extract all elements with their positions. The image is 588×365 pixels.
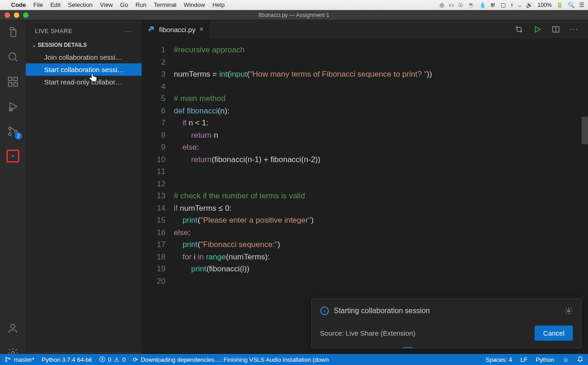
panel-title: LIVE SHARE: [35, 28, 73, 34]
svg-point-9: [11, 324, 15, 328]
start-readonly-item[interactable]: Start read-only collabor…: [26, 76, 142, 88]
menu-edit[interactable]: Edit: [50, 1, 60, 8]
status-globe-icon[interactable]: ⦾: [458, 2, 463, 8]
notification-toast: Starting collaboration session Source: L…: [311, 298, 582, 348]
status-circle-icon[interactable]: ◎: [440, 2, 444, 8]
activity-bar: 2: [0, 20, 26, 365]
panel-more-icon[interactable]: ···: [125, 28, 132, 34]
status-bluetooth-icon[interactable]: ᚼ: [510, 2, 514, 8]
status-search-icon[interactable]: 🔍: [568, 2, 575, 8]
menu-file[interactable]: File: [34, 1, 43, 8]
minimap[interactable]: [582, 57, 588, 241]
accounts-icon[interactable]: [6, 322, 19, 335]
status-drop-icon[interactable]: 💧: [479, 2, 486, 8]
window-maximize-button[interactable]: [23, 12, 29, 18]
status-bar: master* Python 3.7.4 64-bit ⓧ0 ⚠0 ⟳ Down…: [0, 354, 588, 365]
notification-progress: [312, 347, 581, 348]
window-title-bar: fibonacci.py — Assignment 1: [0, 10, 588, 20]
svg-point-7: [9, 133, 11, 135]
svg-point-11: [150, 27, 151, 28]
compare-changes-icon[interactable]: [515, 25, 523, 34]
python-interpreter-status[interactable]: Python 3.7.4 64-bit: [42, 356, 92, 363]
svg-point-17: [6, 357, 7, 359]
problems-status[interactable]: ⓧ0 ⚠0: [99, 355, 126, 364]
menu-help[interactable]: Help: [212, 1, 225, 8]
menu-go[interactable]: Go: [120, 1, 128, 8]
source-control-icon[interactable]: 2: [6, 125, 19, 138]
menu-run[interactable]: Run: [136, 1, 147, 8]
live-share-icon[interactable]: [6, 150, 19, 163]
svg-point-18: [6, 360, 7, 362]
status-volume-icon[interactable]: 🔊: [526, 2, 533, 8]
status-control-icon[interactable]: ☰: [579, 2, 584, 8]
indentation-status[interactable]: Spaces: 4: [485, 356, 512, 363]
menu-selection[interactable]: Selection: [68, 1, 92, 8]
svg-rect-2: [8, 83, 12, 86]
menu-terminal[interactable]: Terminal: [154, 1, 177, 8]
feedback-icon[interactable]: ☺: [563, 356, 569, 363]
notification-source: Source: Live Share (Extension): [320, 329, 416, 337]
branch-name: master*: [14, 356, 34, 363]
split-editor-icon[interactable]: [552, 25, 560, 34]
window-minimize-button[interactable]: [14, 12, 19, 18]
session-details-header[interactable]: ⌄ SESSION DETAILS: [26, 39, 142, 51]
menu-window[interactable]: Window: [184, 1, 205, 8]
window-title: fibonacci.py — Assignment 1: [258, 12, 329, 18]
sync-icon: ⟳: [133, 356, 138, 363]
language-mode-status[interactable]: Python: [536, 356, 554, 363]
search-icon[interactable]: [6, 51, 19, 63]
editor-more-icon[interactable]: ···: [570, 25, 579, 34]
tab-bar: fibonacci.py × ···: [142, 20, 588, 39]
window-close-button[interactable]: [5, 12, 10, 18]
svg-point-0: [9, 53, 16, 60]
background-task-status[interactable]: ⟳ Downloading dependencies…: Finishing V…: [133, 356, 329, 363]
status-shield-icon[interactable]: ⛨: [491, 2, 496, 8]
extensions-icon[interactable]: [6, 75, 19, 88]
svg-rect-1: [8, 77, 12, 81]
svg-point-13: [520, 31, 522, 32]
menu-view[interactable]: View: [100, 1, 113, 8]
status-box-icon[interactable]: ▭: [449, 2, 454, 8]
cancel-button[interactable]: Cancel: [535, 326, 573, 341]
scm-badge: 2: [15, 132, 22, 140]
status-wifi-icon[interactable]: ⌵: [518, 2, 521, 8]
run-debug-icon[interactable]: [6, 100, 19, 113]
macos-status-icons: ◎ ▭ ⦾ ☕ 💧 ⛨ ▢ ᚼ ⌵ 🔊 100% 🔋 🔍 ☰: [440, 2, 584, 8]
tab-filename: fibonacci.py: [159, 26, 195, 34]
svg-point-12: [516, 27, 518, 28]
git-branch-status[interactable]: master*: [5, 356, 34, 363]
explorer-icon[interactable]: [6, 26, 19, 39]
svg-rect-4: [14, 77, 17, 81]
svg-rect-3: [14, 83, 17, 86]
tab-fibonacci[interactable]: fibonacci.py ×: [142, 20, 211, 39]
eol-status[interactable]: LF: [520, 356, 527, 363]
run-file-icon[interactable]: [533, 25, 542, 34]
notification-title: Starting collaboration session: [334, 307, 430, 315]
status-battery-icon[interactable]: 🔋: [556, 2, 563, 8]
join-session-item[interactable]: Join collaboration sessi…: [26, 51, 142, 63]
task-text: Downloading dependencies…: Finishing VSL…: [141, 356, 329, 363]
status-battery-text[interactable]: 100%: [537, 2, 552, 8]
svg-point-19: [9, 358, 10, 359]
warning-icon: ⚠: [114, 356, 120, 363]
editor-area: fibonacci.py × ··· 123456789101112131415…: [142, 20, 588, 365]
python-file-icon: [148, 26, 155, 33]
section-title-label: SESSION DETAILS: [38, 42, 87, 48]
status-cup-icon[interactable]: ☕: [468, 2, 474, 8]
notification-gear-icon[interactable]: [565, 307, 573, 315]
status-display-icon[interactable]: ▢: [501, 2, 506, 8]
start-session-item[interactable]: Start collaboration sessi…: [26, 63, 142, 76]
svg-point-6: [9, 127, 11, 129]
chevron-down-icon: ⌄: [32, 43, 36, 48]
app-name-menu[interactable]: Code: [11, 1, 26, 8]
error-icon: ⓧ: [99, 355, 105, 364]
info-icon: [320, 306, 329, 315]
macos-menu-bar: Code File Edit Selection View Go Run Ter…: [0, 0, 588, 10]
svg-point-16: [568, 310, 570, 312]
tab-close-icon[interactable]: ×: [199, 25, 203, 34]
live-share-panel: LIVE SHARE ··· ⌄ SESSION DETAILS Join co…: [26, 20, 142, 365]
line-gutter: 1234567891011121314151617181920: [142, 39, 174, 365]
notifications-bell-icon[interactable]: [577, 356, 583, 363]
